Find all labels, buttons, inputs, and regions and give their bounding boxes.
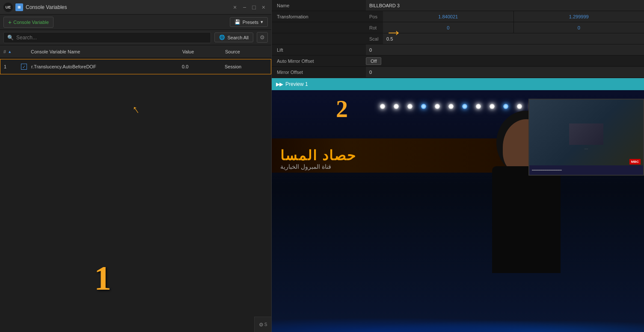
search-box[interactable]: 🔍 [3,32,211,43]
mirror-offset-value-area: 0 [366,67,644,77]
presets-label: Presets [243,20,258,25]
scal-label: Scal [366,36,383,41]
pos-y-input[interactable] [514,11,644,22]
pos-label: Pos [366,14,383,19]
preview-header: ▶▶ Preview 1 [272,78,644,90]
rot-x-input[interactable] [383,22,514,33]
prop-auto-mirror-row: Auto Mirror Offset Off [272,56,644,67]
row-variable-value: 0.0 [182,64,225,69]
name-value-area: BILLBOARD 3 [366,0,644,11]
rot-y-input[interactable] [514,22,644,33]
light-1 [380,104,385,109]
col-name-header[interactable]: Console Variable Name [31,49,182,54]
preview-content: حصاد المسا قناة المبرول الخبارية ··· MBC [272,90,644,332]
row-variable-source: Session [225,64,267,69]
rot-value-area: Rot [366,22,644,33]
transformation-label: Transformation [272,14,366,19]
light-4 [421,104,426,109]
light-7 [462,104,467,109]
row-num: 1 [4,64,21,69]
globe-icon: 🌐 [219,35,225,40]
marquee-sub: قناة المبرول الخبارية [280,163,331,170]
search-all-label: Search All [227,35,249,40]
light-11 [517,104,522,109]
chevron-down-icon: ▾ [261,19,263,25]
panel-icon: ▦ [15,3,23,11]
panel-title: Console Variables [26,4,228,10]
row-variable-name: r.Translucency.AutoBeforeDOF [31,64,182,69]
presets-button[interactable]: 💾 Presets ▾ [230,17,268,27]
prop-rot-row: Rot [272,22,644,33]
settings-button[interactable]: ⚙ [257,32,268,43]
add-console-variable-button[interactable]: + Console Variable [3,17,53,28]
light-3 [407,104,413,109]
preview-arrows-icon: ▶▶ [276,82,283,87]
light-6 [448,104,454,109]
name-value: BILLBOARD 3 [366,0,644,11]
marquee-text: حصاد المسا [280,147,356,164]
scal-value-area: Scal 0.5 [366,33,644,44]
presets-icon: 💾 [234,19,240,25]
light-10 [503,104,508,109]
add-console-variable-label: Console Variable [13,20,49,25]
inset-ticker: ━━━━━━━━━━━━━━ [529,165,643,175]
pos-value-area: Pos [366,11,644,22]
inset-inner: ··· MBC ━━━━━━━━━━━━━━ [529,100,643,175]
prop-pos-row: Transformation Pos [272,11,644,22]
ue-logo: UE [3,3,13,12]
bottom-settings-bar[interactable]: ⚙ S [254,317,271,332]
close-button[interactable]: × [259,3,268,11]
sort-arrow-icon: ▲ [8,50,12,54]
gear-icon: ⚙ [260,34,265,41]
search-row: 🔍 🌐 Search All ⚙ [0,30,271,45]
light-5 [435,104,440,109]
right-panel: Name BILLBOARD 3 Transformation Pos Rot [272,0,644,332]
prop-mirror-offset-row: Mirror Offset 0 [272,67,644,78]
table-header: # ▲ Console Variable Name Value Source [0,45,271,58]
properties-area: Name BILLBOARD 3 Transformation Pos Rot [272,0,644,78]
search-all-button[interactable]: 🌐 Search All [214,32,253,42]
maximize-button[interactable]: □ [249,3,258,11]
lift-label: Lift [272,47,366,53]
prop-lift-row: Lift 0 [272,44,644,56]
inset-screen: ··· MBC ━━━━━━━━━━━━━━ [528,99,644,176]
scal-value: 0.5 [383,33,644,44]
mirror-offset-value: 0 [366,67,644,77]
search-icon: 🔍 [7,35,14,41]
light-2 [394,104,399,109]
table-body: 1 r.Translucency.AutoBeforeDOF 0.0 Sessi… [0,58,271,332]
col-num-header[interactable]: # ▲ [3,49,21,54]
preview-title: Preview 1 [285,81,308,87]
toolbar: + Console Variable 💾 Presets ▾ [0,15,271,30]
checkbox-icon [21,64,27,70]
lift-value-area: 0 [366,44,644,55]
minimize-button[interactable]: − [240,3,249,11]
person-torso [492,166,561,273]
close-icon-titlebar[interactable]: × [231,3,239,11]
search-input[interactable] [16,35,207,41]
light-8 [476,104,481,109]
table-row[interactable]: 1 r.Translucency.AutoBeforeDOF 0.0 Sessi… [0,59,271,74]
inset-placeholder: ··· [569,123,603,151]
col-source-header[interactable]: Source [225,49,268,54]
prop-name-row: Name BILLBOARD 3 [272,0,644,11]
inset-ticker-text: ━━━━━━━━━━━━━━ [532,168,562,172]
auto-mirror-label: Auto Mirror Offset [272,59,366,64]
rot-label: Rot [366,25,383,30]
plus-icon: + [8,19,12,26]
auto-mirror-off-button[interactable]: Off [366,57,381,65]
row-checkbox[interactable] [21,64,31,70]
pos-x-input[interactable] [383,11,514,22]
mirror-offset-label: Mirror Offset [272,70,366,75]
inset-logo: MBC [629,159,641,165]
light-9 [490,104,495,109]
console-variables-panel: UE ▦ Console Variables × − □ × + Console… [0,0,272,332]
prop-scal-row: Scal 0.5 [272,33,644,44]
gear-icon-bottom: ⚙ [259,322,264,328]
name-label: Name [272,3,366,8]
panel-titlebar: UE ▦ Console Variables × − □ × [0,0,271,15]
auto-mirror-value-area: Off [366,56,644,66]
col-value-header[interactable]: Value [182,49,225,54]
lift-value: 0 [366,44,644,55]
